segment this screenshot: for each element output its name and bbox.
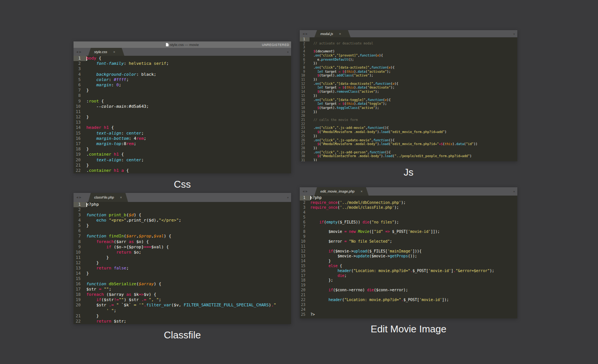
line-number: 19	[74, 152, 86, 157]
line-number: 8	[74, 93, 86, 98]
tab-nav-arrows[interactable]: ◀▶	[300, 30, 311, 37]
tab-nav-arrows[interactable]: ◀▶	[300, 187, 311, 196]
code-line: 17 let target = $(this).data("toggle");	[300, 102, 517, 106]
code-line: 9 if ($o->{$prop}===$val) {	[74, 245, 291, 250]
line-number	[74, 308, 86, 314]
code-text: }	[86, 115, 291, 120]
code-text: }	[86, 223, 291, 228]
nav-left-icon[interactable]: ◀	[76, 50, 78, 54]
code-text: function print_b($d) {	[86, 213, 291, 218]
tab-edit-movie-image-php[interactable]: edit_movie_image.php×	[314, 187, 369, 196]
nav-right-icon[interactable]: ▶	[305, 190, 307, 193]
code-text: foreach ($array as $k=>$v) {	[86, 292, 291, 297]
code-text: ?>	[310, 312, 517, 317]
nav-right-icon[interactable]: ▶	[79, 196, 81, 199]
code-line: 7	[300, 225, 517, 229]
code-line: 10 return $o;	[74, 250, 291, 255]
nav-right-icon[interactable]: ▶	[79, 50, 81, 54]
code-text	[310, 210, 517, 215]
line-number: 3	[74, 66, 86, 72]
code-text: background-color: black;	[86, 72, 291, 77]
code-text: };	[310, 278, 517, 283]
tab-overflow-icon[interactable]: ▼	[513, 32, 515, 35]
code-line: 21	[300, 293, 517, 298]
code-line: 31 })	[300, 158, 517, 161]
line-number: 5	[74, 77, 86, 83]
code-text: $(target).addClass("active");	[310, 73, 517, 78]
code-line: 27 $("#modalMovieForm .modal-body").load…	[300, 142, 517, 146]
nav-left-icon[interactable]: ◀	[302, 32, 304, 35]
code-text: echo "<pre>",print_r($d),"</pre>";	[86, 218, 291, 223]
code-text: function dbSerialize($array) {	[86, 281, 291, 287]
line-number: 5	[300, 54, 310, 58]
code-line: 16 header("Location: movie.php?id=".$_PO…	[300, 269, 517, 274]
code-text: })	[310, 110, 517, 114]
code-text	[86, 93, 291, 98]
line-number: 15	[300, 94, 310, 98]
code-line: 12 if($movie->upload($_FILES['mainImage'…	[300, 249, 517, 254]
line-number: 14	[300, 259, 310, 264]
code-text	[310, 293, 517, 298]
code-line: 15 text-align: center;	[74, 131, 291, 136]
code-text	[310, 37, 517, 41]
line-number: 24	[300, 130, 310, 134]
code-line: 3	[74, 66, 291, 72]
line-number: 10	[74, 250, 86, 255]
tab-nav-arrows[interactable]: ◀▶	[74, 193, 84, 202]
code-text: .container h1 a {	[86, 168, 291, 173]
code-text: .on("click",".js-add-movie",function(){	[310, 126, 517, 130]
tab-overflow-icon[interactable]: ▼	[287, 196, 289, 199]
code-text: .on("click",".js-update-movie",function(…	[310, 138, 517, 142]
code-line: 19 if($str!="") $str .= ", ";	[74, 297, 291, 303]
close-icon[interactable]: ×	[339, 32, 341, 36]
code-text	[86, 66, 291, 72]
editor-window-editmovie: ◀▶ edit_movie_image.php× ▼ 1<?php2requir…	[300, 187, 517, 318]
tab-modal-js[interactable]: modal.js×	[314, 30, 351, 37]
close-icon[interactable]: ×	[360, 190, 362, 193]
code-area[interactable]: 1body {2 font-family: helvetica serif;34…	[74, 56, 291, 173]
tab-classfile-php[interactable]: classFile.php×	[88, 193, 128, 202]
line-number: 21	[74, 314, 86, 319]
code-line: 9:root {	[74, 99, 291, 104]
unregistered-badge: UNREGISTERED	[262, 43, 289, 47]
close-icon[interactable]: ×	[113, 50, 115, 54]
code-area[interactable]: 1<?php23function print_b($d) {4 echo "<p…	[74, 202, 291, 324]
code-text: $(target).toggleClass("active");	[310, 106, 517, 110]
code-line: 20 $str .= " `$k` = '".filter_var($v, FI…	[74, 303, 291, 308]
code-text: .container h1 {	[86, 152, 291, 157]
code-area[interactable]: 1<?php2require_once('../model/dbConnecti…	[300, 196, 517, 317]
tab-style-css[interactable]: style.css×	[88, 48, 124, 56]
line-number: 10	[74, 104, 86, 109]
line-number: 23	[300, 303, 310, 307]
line-number: 21	[300, 118, 310, 122]
line-number: 14	[74, 125, 86, 130]
code-line: 5 .on("click","[prevent]",function(e){	[300, 54, 517, 58]
tab-nav-arrows[interactable]: ◀▶	[74, 48, 84, 56]
line-number: 31	[300, 158, 310, 161]
code-text	[310, 234, 517, 239]
code-line: 22 return $str;	[74, 319, 291, 324]
nav-left-icon[interactable]: ◀	[302, 190, 304, 193]
line-number: 22	[74, 319, 86, 324]
code-area[interactable]: 12 // activate or deactivate modal34 $(d…	[300, 37, 517, 161]
code-line: 18 $(target).toggleClass("active");	[300, 106, 517, 110]
code-text: text-align: center;	[86, 158, 291, 163]
code-text	[86, 228, 291, 234]
nav-right-icon[interactable]: ▶	[305, 32, 307, 35]
code-line: 20 text-align: center;	[74, 158, 291, 163]
nav-left-icon[interactable]: ◀	[76, 196, 78, 199]
line-number: 7	[300, 61, 310, 66]
code-line: 29 .on("click",".js-add-person",function…	[300, 150, 517, 154]
tab-overflow-icon[interactable]: ▼	[513, 190, 515, 193]
close-icon[interactable]: ×	[120, 196, 122, 199]
code-line: 16 .on("click","[data-toggle]",function(…	[300, 98, 517, 102]
code-line: 6	[74, 228, 291, 234]
code-text: })	[310, 94, 517, 98]
code-text: <?php	[86, 202, 291, 207]
line-number: 3	[300, 45, 310, 49]
code-line: 25?>	[300, 312, 517, 317]
line-number: 1	[300, 37, 310, 41]
line-number: 30	[300, 154, 310, 158]
tab-overflow-icon[interactable]: ▼	[287, 50, 289, 53]
line-number: 4	[74, 218, 86, 223]
